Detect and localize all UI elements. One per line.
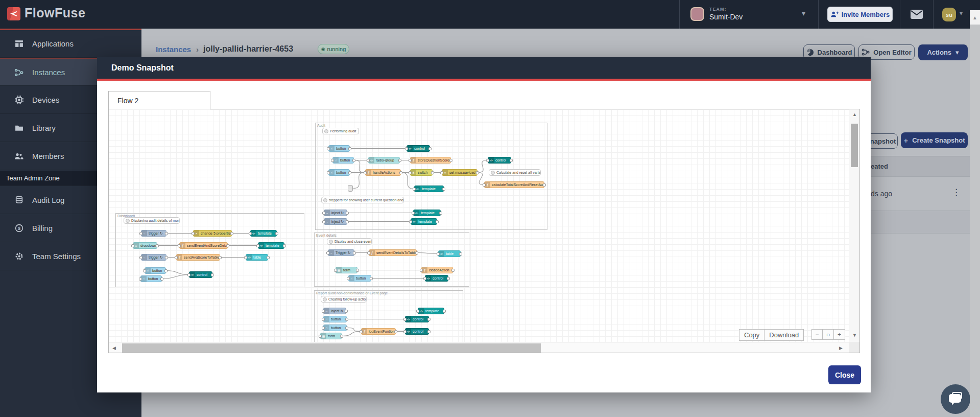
flow-node-label: calculateTotalScoreAndResetAudit <box>490 183 544 187</box>
flow-node-change-5-properties: ×change 5 properties <box>193 230 232 237</box>
zoom-in-button[interactable]: + <box>834 329 845 340</box>
chat-widget-button[interactable] <box>941 384 970 414</box>
running-status-icon: ◉ <box>321 47 325 52</box>
scroll-left-icon[interactable]: ◀ <box>112 346 116 351</box>
scroll-up-icon[interactable]: ▲ <box>852 112 857 117</box>
comment-node-icon <box>323 198 327 202</box>
actions-button[interactable]: Actions ▾ <box>918 44 968 60</box>
flow-node-control: </>control <box>488 157 511 164</box>
instances-fork-icon <box>14 68 23 77</box>
modal-accent-line <box>97 79 871 81</box>
flow-node-inject: →inject ↻ <box>323 308 346 314</box>
team-label: TEAM: <box>709 7 727 12</box>
team-name[interactable]: Sumit-Dev <box>709 13 743 21</box>
flow-canvas[interactable]: AuditDashboardEvent detailsReport audit … <box>108 109 860 353</box>
mail-icon[interactable] <box>910 9 923 21</box>
invite-members-button[interactable]: Invite Members <box>827 7 893 22</box>
svg-text:$: $ <box>17 225 20 231</box>
plus-icon: + <box>903 136 908 145</box>
flow-node-button: ☝button <box>323 316 347 322</box>
control-node-icon: </> <box>488 157 494 163</box>
flow-node-button: ☝button <box>348 275 371 282</box>
flow-node-steppers-for-showing-user-current-question-and-group: steppers for showing user current questi… <box>321 197 404 203</box>
flow-node-calculate-and-reset-all-variable: Calculate and reset all variable <box>489 169 541 176</box>
flow-node-label: template <box>420 187 437 191</box>
flowfuse-logo-icon[interactable] <box>7 7 20 20</box>
zoom-out-button[interactable]: − <box>811 329 823 340</box>
vertical-scroll-thumb[interactable] <box>851 124 858 167</box>
button-node-icon: ☝ <box>141 276 147 282</box>
flow-node-template: </>template <box>414 186 444 192</box>
function-node-icon: ƒ <box>422 267 427 273</box>
app-logo-text[interactable]: FlowFuse <box>25 6 85 20</box>
function-node-icon: ƒ <box>485 182 490 188</box>
flow-node-label: button <box>339 158 351 162</box>
form-node-icon: ▦ <box>336 267 342 273</box>
upload-snapshot-button-partial[interactable]: napshot <box>868 133 898 149</box>
sidebar-item-applications[interactable]: Applications <box>0 30 141 58</box>
flow-node-button: ☝button <box>332 157 354 164</box>
flow-node-label: button <box>334 171 347 174</box>
canvas-horizontal-scrollbar[interactable]: ◀ ▶ <box>109 342 849 353</box>
close-button[interactable]: Close <box>828 365 861 384</box>
function-node-icon: ƒ <box>180 243 185 248</box>
flow-node-button: ☝button <box>328 145 350 152</box>
flow-node-label: handleActions <box>371 171 397 174</box>
radio-node-icon: </> <box>369 157 374 163</box>
flow-node-button: ☝button <box>328 169 350 176</box>
flow-node-link <box>348 185 353 192</box>
flow-node-label: template <box>419 211 436 215</box>
page-scrollbar[interactable]: ▲ <box>970 10 980 417</box>
chat-bubble-icon <box>949 394 961 403</box>
switch-node-icon: ⋔ <box>411 170 416 175</box>
inject-node-icon: → <box>141 254 147 260</box>
template-node-icon: </> <box>411 219 417 224</box>
flow-node-inject: →inject ↻ <box>324 218 347 225</box>
flow-node-label: button <box>147 277 159 281</box>
flow-node-label: template <box>417 220 434 223</box>
flow-node-inject: →inject ↻ <box>324 210 347 216</box>
download-button[interactable]: Download <box>764 329 804 341</box>
flow-node-label: button <box>329 326 342 330</box>
snapshots-table-header-partial: eated <box>871 156 970 177</box>
dropdown-node-icon: ≡ <box>133 243 139 248</box>
function-node-icon: ƒ <box>362 329 367 334</box>
pie-chart-icon <box>806 49 814 56</box>
user-avatar[interactable]: su <box>942 8 956 21</box>
flow-group-label: Audit <box>317 124 325 127</box>
scroll-down-icon[interactable]: ▼ <box>852 333 857 338</box>
flow-node-storequestionscore: ƒstoreQuestionScore <box>410 157 451 164</box>
inject-node-icon: → <box>324 210 330 216</box>
flow-node-sendavgscoretotable: ƒsendAvgScoreToTable <box>176 254 220 261</box>
user-chevron-down-icon[interactable]: ▾ <box>960 10 963 17</box>
copy-button[interactable]: Copy <box>739 329 764 341</box>
button-node-icon: ☝ <box>349 275 354 281</box>
flow-node-template: </>template <box>258 242 284 249</box>
canvas-vertical-scrollbar[interactable]: ▲ ▼ <box>849 109 859 342</box>
button-node-icon: ☝ <box>333 157 339 163</box>
row-kebab-menu[interactable]: ⋮ <box>952 187 961 198</box>
team-avatar[interactable] <box>690 7 704 21</box>
flow-node-label: closedAction <box>427 268 451 272</box>
function-node-icon: ƒ <box>366 170 371 175</box>
page-scroll-up-icon[interactable]: ▲ <box>970 10 980 25</box>
flow-node-label: button <box>329 317 342 321</box>
create-snapshot-button[interactable]: + Create Snapshot <box>901 132 968 148</box>
team-chevron-down-icon[interactable]: ▾ <box>802 9 805 17</box>
control-node-icon: </> <box>405 329 411 334</box>
breadcrumb-instances-link[interactable]: Instances <box>156 45 191 54</box>
horizontal-scroll-thumb[interactable] <box>122 343 541 353</box>
flow-node-dropdown: ≡dropdown <box>133 242 157 249</box>
flow-node-trigger: →Trigger ↻ <box>328 249 354 256</box>
tab-flow-2[interactable]: Flow 2 <box>108 91 210 109</box>
inject-node-icon: → <box>324 219 330 224</box>
scrollbar-corner <box>849 342 859 353</box>
flow-node-trigger: →trigger ↻ <box>141 254 166 261</box>
header-divider <box>933 0 934 29</box>
breadcrumb-instance-name: jolly-pallid-harrier-4653 <box>203 44 293 54</box>
scroll-right-icon[interactable]: ▶ <box>839 346 843 351</box>
zoom-reset-button[interactable]: ○ <box>823 329 834 340</box>
snapshots-table-row-band <box>871 211 970 234</box>
flow-node-button: ☝button <box>145 267 166 274</box>
flow-node-label: control <box>411 317 425 321</box>
